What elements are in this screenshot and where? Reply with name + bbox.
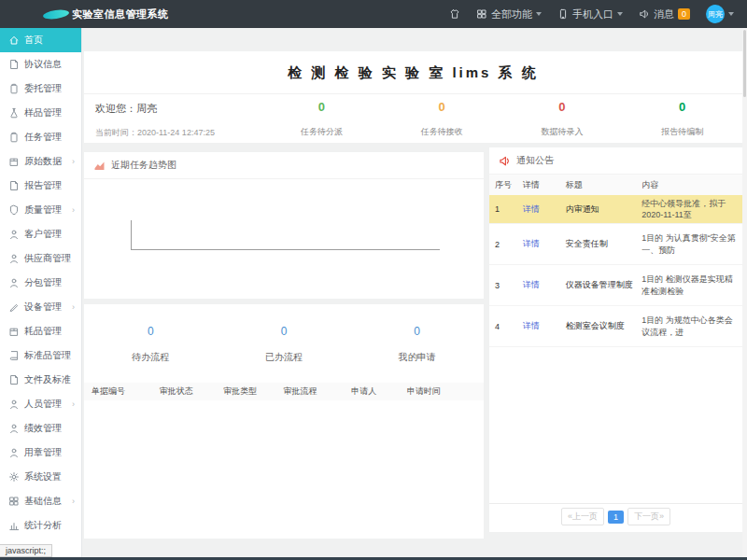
hero-panel: 检 测 检 验 实 验 室 lims 系 统 欢迎您：周亮 当前时间：2020-… — [84, 51, 742, 143]
chart-panel-title: 近期任务趋势图 — [111, 159, 176, 172]
sidebar-item-label: 耗品管理 — [24, 325, 62, 338]
workflow-stat-label: 待办流程 — [84, 351, 218, 364]
welcome-row: 欢迎您：周亮 当前时间：2020-11-24 12:47:25 0任务待分派0任… — [84, 93, 742, 143]
sidebar-item-statistics[interactable]: 统计分析 — [0, 513, 81, 538]
megaphone-icon — [499, 155, 511, 167]
workflow-stat-value[interactable]: 0 — [84, 325, 218, 338]
task-icon — [8, 132, 20, 143]
notice-row: 3详情仪器设备管理制度1目的 检测仪器是实现精准检测检验 — [489, 265, 742, 306]
sidebar-item-label: 文件及标准 — [24, 373, 71, 386]
notice-title: 仪器设备管理制度 — [560, 279, 636, 291]
stat-label: 任务待接收 — [382, 126, 502, 138]
sidebar-item-quality-mgmt[interactable]: 质量管理› — [0, 198, 81, 222]
theme-icon[interactable] — [449, 8, 460, 20]
sidebar-item-label: 原始数据 — [24, 155, 62, 168]
notice-detail-link[interactable]: 详情 — [517, 279, 560, 291]
sidebar-item-standard-mgmt[interactable]: 标准品管理 — [0, 343, 81, 368]
chart-panel-header: 近期任务趋势图 — [84, 152, 484, 179]
sidebar-item-label: 用章管理 — [24, 446, 62, 459]
sidebar-item-files-standards[interactable]: 文件及标准 — [0, 368, 81, 392]
standard-icon — [8, 350, 20, 361]
all-functions-menu[interactable]: 全部功能 — [476, 7, 542, 21]
chevron-right-icon: › — [72, 302, 75, 312]
grid-icon — [476, 8, 487, 20]
notice-detail-link[interactable]: 详情 — [517, 238, 560, 250]
rawdata-icon — [8, 156, 20, 167]
caret-down-icon — [617, 12, 623, 16]
sidebar-item-system-settings[interactable]: 系统设置 — [0, 465, 81, 489]
notice-content: 经中心领导批准，拟于2020-11-11至 — [636, 198, 742, 220]
current-page-button[interactable]: 1 — [608, 511, 624, 524]
prev-page-button[interactable]: «上一页 — [561, 508, 604, 525]
sidebar-item-subcontract-mgmt[interactable]: 分包管理 — [0, 271, 81, 295]
sidebar-item-label: 分包管理 — [24, 276, 62, 289]
sidebar-item-label: 协议信息 — [24, 58, 62, 71]
notice-row: 4详情检测室会议制度1目的 为规范中心各类会议流程，进 — [489, 306, 742, 347]
phone-icon — [557, 8, 569, 20]
stat-value: 0 — [382, 100, 502, 114]
header-nav: 全部功能 手机入口 消息 0 周亮 — [449, 5, 747, 23]
performance-icon — [8, 423, 20, 434]
customer-icon — [8, 229, 20, 240]
sidebar-item-raw-data[interactable]: 原始数据› — [0, 149, 81, 174]
stat-数据待录入: 0数据待录入 — [502, 94, 623, 143]
notice-detail-link[interactable]: 详情 — [517, 320, 560, 332]
sidebar-item-commission-mgmt[interactable]: 委托管理 — [0, 77, 81, 101]
consumable-icon — [8, 326, 20, 337]
user-menu[interactable]: 周亮 — [706, 5, 734, 23]
sidebar-item-label: 报告管理 — [24, 179, 62, 192]
workflow-stat-label: 已办流程 — [218, 351, 351, 364]
user-avatar[interactable]: 周亮 — [706, 5, 725, 23]
notice-panel: 通知公告 序号详情标题内容 1详情内审通知经中心领导批准，拟于2020-11-1… — [489, 147, 742, 532]
sidebar-item-equipment-mgmt[interactable]: 设备管理› — [0, 295, 81, 319]
sidebar-item-personnel-mgmt[interactable]: 人员管理› — [0, 392, 81, 416]
page-scrollbar[interactable] — [742, 28, 747, 557]
sidebar-item-performance-mgmt[interactable]: 绩效管理 — [0, 416, 81, 441]
sidebar-item-label: 首页 — [24, 34, 43, 47]
sidebar-item-customer-mgmt[interactable]: 客户管理 — [0, 222, 81, 246]
chart-y-axis — [131, 220, 132, 250]
sidebar-item-report-mgmt[interactable]: 报告管理 — [0, 174, 81, 198]
scrollbar-thumb[interactable] — [743, 30, 746, 97]
notice-no: 1 — [489, 204, 517, 214]
sidebar-item-label: 客户管理 — [24, 228, 62, 241]
welcome-greeting: 欢迎您：周亮 — [95, 102, 261, 116]
home-icon — [8, 35, 20, 46]
sidebar-item-seal-mgmt[interactable]: 用章管理 — [0, 441, 81, 465]
sidebar-item-task-mgmt[interactable]: 任务管理 — [0, 125, 81, 149]
sidebar-item-basic-info[interactable]: 基础信息› — [0, 489, 81, 513]
sidebar-item-supplier-mgmt[interactable]: 供应商管理 — [0, 246, 81, 271]
chevron-right-icon: › — [72, 399, 75, 409]
notice-row: 2详情安全责任制1目的 为认真贯彻“安全第一、预防 — [489, 224, 742, 265]
agreement-icon — [8, 59, 20, 70]
stat-label: 报告待编制 — [622, 126, 742, 138]
notice-panel-title: 通知公告 — [516, 154, 554, 167]
workflow-stat-已办流程: 0已办流程 — [218, 325, 351, 364]
workflow-stat-value[interactable]: 0 — [218, 325, 351, 338]
messages-menu[interactable]: 消息 0 — [639, 7, 690, 21]
caret-down-icon — [728, 12, 734, 16]
notice-content: 1目的 为认真贯彻“安全第一、预防 — [636, 232, 742, 255]
sidebar-item-home[interactable]: 首页 — [0, 28, 81, 52]
report-icon — [8, 180, 20, 191]
notice-title: 安全责任制 — [560, 238, 636, 250]
sidebar-item-consumable-mgmt[interactable]: 耗品管理 — [0, 319, 81, 343]
workflow-stat-value[interactable]: 0 — [350, 325, 484, 338]
chevron-right-icon: › — [72, 497, 75, 506]
notice-detail-link[interactable]: 详情 — [517, 203, 560, 216]
sidebar-item-agreement-info[interactable]: 协议信息 — [0, 52, 81, 77]
current-time: 当前时间：2020-11-24 12:47:25 — [95, 127, 261, 139]
workflow-column-header: 单据编号 — [84, 385, 152, 398]
notice-title: 检测室会议制度 — [560, 320, 636, 332]
sample-icon — [8, 107, 20, 119]
next-page-button[interactable]: 下一页» — [627, 508, 670, 525]
notice-no: 3 — [489, 281, 517, 290]
file-icon — [8, 374, 20, 385]
sidebar-item-sample-mgmt[interactable]: 样品管理 — [0, 101, 81, 125]
mobile-entry-menu[interactable]: 手机入口 — [557, 7, 623, 21]
personnel-icon — [8, 399, 20, 410]
task-chart-panel: 近期任务趋势图 — [84, 152, 484, 299]
caret-down-icon — [536, 12, 542, 16]
message-count-badge: 0 — [678, 8, 690, 20]
notice-title: 内审通知 — [560, 203, 636, 216]
